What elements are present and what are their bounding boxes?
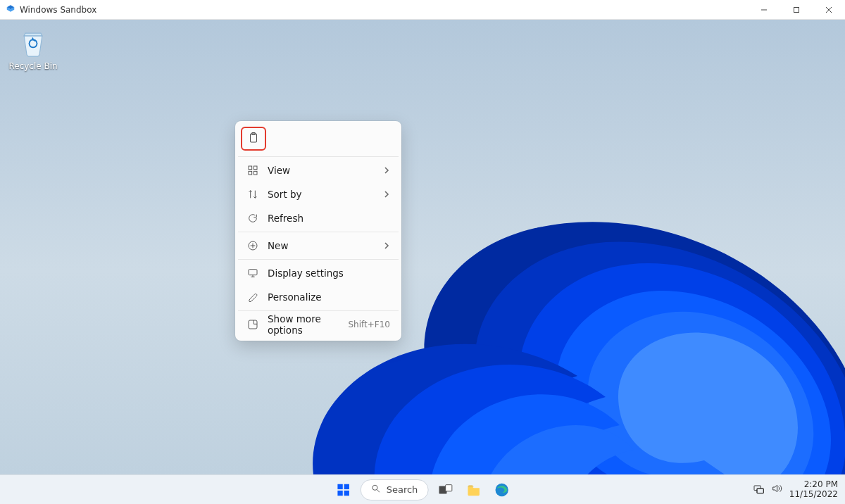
svg-rect-1: [794, 7, 799, 12]
system-tray: 2:20 PM 11/15/2022: [753, 480, 838, 500]
svg-rect-27: [757, 489, 763, 493]
taskbar-search-label: Search: [387, 484, 418, 495]
chevron-right-icon: [383, 240, 390, 251]
paste-icon: [247, 132, 260, 146]
svg-rect-19: [337, 490, 342, 495]
taskbar-search[interactable]: Search: [361, 479, 429, 500]
taskbar-clock[interactable]: 2:20 PM 11/15/2022: [789, 480, 838, 500]
edge-browser-button[interactable]: [490, 479, 513, 501]
file-explorer-button[interactable]: [462, 479, 484, 501]
search-icon: [371, 484, 381, 496]
context-item-show-more-options[interactable]: Show more options Shift+F10: [239, 313, 397, 336]
guest-desktop[interactable]: Recycle Bin View Sort by Refresh: [0, 20, 845, 474]
new-icon: [246, 240, 259, 251]
context-item-view[interactable]: View: [239, 158, 397, 182]
network-icon[interactable]: [753, 483, 764, 496]
volume-icon[interactable]: [771, 483, 782, 496]
chevron-right-icon: [383, 165, 390, 176]
context-item-refresh[interactable]: Refresh: [239, 206, 397, 230]
context-paste-button[interactable]: [242, 128, 265, 149]
svg-rect-17: [337, 484, 342, 489]
context-item-new[interactable]: New: [239, 234, 397, 258]
personalize-icon: [246, 291, 259, 303]
chevron-right-icon: [383, 189, 390, 200]
svg-rect-9: [254, 171, 257, 175]
taskbar-time: 2:20 PM: [789, 480, 838, 490]
svg-rect-24: [445, 484, 451, 491]
context-item-display-settings[interactable]: Display settings: [239, 261, 397, 285]
desktop-icon-label: Recycle Bin: [7, 61, 59, 71]
svg-rect-18: [344, 484, 349, 489]
svg-point-21: [373, 485, 377, 490]
svg-rect-20: [344, 490, 349, 495]
view-icon: [246, 165, 259, 176]
svg-rect-13: [249, 270, 257, 275]
app-icon: [6, 4, 15, 15]
more-options-icon: [246, 319, 259, 330]
svg-rect-8: [249, 171, 252, 175]
svg-rect-6: [249, 166, 252, 170]
window-titlebar: Windows Sandbox: [0, 0, 845, 20]
svg-line-22: [377, 490, 380, 493]
context-item-sort-by[interactable]: Sort by: [239, 182, 397, 206]
task-view-button[interactable]: [434, 479, 456, 501]
guest-taskbar: Search 2:20 PM 11/15/2022: [0, 474, 845, 504]
window-controls: [748, 0, 845, 19]
sort-icon: [246, 189, 259, 200]
close-button[interactable]: [813, 0, 845, 19]
desktop-context-menu: View Sort by Refresh New Display setting…: [235, 121, 401, 341]
refresh-icon: [246, 213, 259, 224]
context-item-personalize[interactable]: Personalize: [239, 285, 397, 309]
display-icon: [246, 267, 259, 279]
svg-rect-16: [249, 320, 257, 329]
start-button[interactable]: [332, 479, 355, 501]
minimize-button[interactable]: [748, 0, 780, 19]
window-title: Windows Sandbox: [20, 5, 96, 15]
taskbar-date: 11/15/2022: [789, 490, 838, 500]
desktop-icon-recycle-bin[interactable]: Recycle Bin: [7, 27, 59, 71]
svg-rect-7: [254, 166, 257, 170]
maximize-button[interactable]: [780, 0, 813, 19]
